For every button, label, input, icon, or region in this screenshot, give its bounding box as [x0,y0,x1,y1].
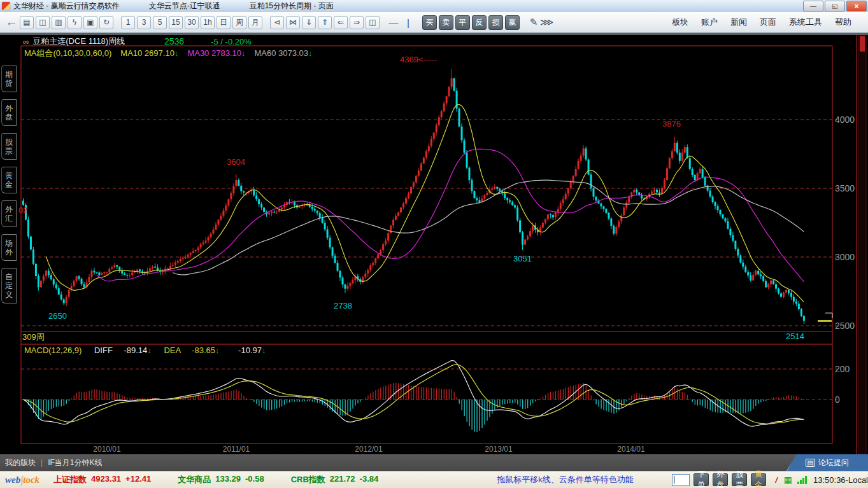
h-line-tool-icon[interactable]: — [387,16,400,29]
more-tools-icon[interactable]: ⋙ [540,16,553,29]
forum-ask-button[interactable]: ▤ 论坛提问 [786,454,868,471]
compress-bars-icon[interactable]: ⊲ [270,16,284,29]
period-button-日[interactable]: 日 [217,16,231,29]
restore-button[interactable]: ◱ [825,1,845,11]
ma-value-MA60: MA60 3073.03↓ [254,48,312,58]
macd-histogram [25,383,804,432]
page-title: 豆粕15分钟长周期 - 页面 [250,1,334,11]
period-button-15[interactable]: 15 [169,16,183,29]
forum-label: 论坛提问 [818,457,849,468]
quote-header: ∞ 豆粕主连(DCE 1118)周线 2536 -5 / -0.20% [23,36,252,47]
price-annotation: 2514 [786,331,804,341]
trade-button-0[interactable]: 买 [422,15,437,30]
macd-indicator-header: MACD(12,26,9) DIFF -89.14↓ DEA -83.65↓ -… [24,345,266,355]
chart-scrollbar [858,35,866,454]
feature-tip: 拖鼠标平移k线、云条件单等特色功能 [497,474,634,485]
macd-axis-label: 200 [835,364,860,374]
menu-item[interactable]: 系统工具 [789,17,822,28]
period-button-周[interactable]: 周 [232,16,246,29]
price-annotation: 3604 [227,157,245,167]
close-button[interactable]: × [846,1,867,11]
flash-icon[interactable]: ϟ [68,16,82,29]
menu-item[interactable]: 新闻 [730,17,747,28]
y-axis-label: 3500 [835,183,860,193]
trade-button-1[interactable]: 卖 [439,15,453,30]
cloud-node-label: 文华云节点-辽宁联通 [149,1,220,11]
minimize-button[interactable]: — [803,1,823,11]
quick-button-股票[interactable]: 股票 [732,473,747,486]
trade-button-3[interactable]: 反 [472,15,487,30]
quick-button-外盘[interactable]: 外盘 [713,473,728,486]
period-button-1[interactable]: 1 [121,16,135,29]
macd-axis-label: 0 [835,394,860,405]
macd-hist-value: -10.97 [238,345,262,355]
x-axis-label: 2012/01 [346,445,391,454]
sidebar-tab-股票[interactable]: 股票 [1,133,17,160]
sidebar-tab-外汇[interactable]: 外汇 [1,200,17,227]
bar-count-label: 309周 [22,331,45,343]
scroll-left-icon[interactable]: ⇐ [334,16,348,29]
chart-region: ∞ 豆粕主连(DCE 1118)周线 2536 -5 / -0.20% MA组合… [18,35,868,454]
my-block-label[interactable]: 我的版块 [5,457,36,468]
sidebar-tab-场外[interactable]: 场外 [1,234,17,261]
draw-line-icon[interactable]: / [775,475,778,485]
quote-list-icon[interactable]: ▤ [20,16,34,29]
menu-item[interactable]: 账户 [701,17,718,28]
period-button-3[interactable]: 3 [137,16,151,29]
instrument-name: 豆粕主连(DCE 1118)周线 [32,36,125,47]
main-chart-canvas[interactable] [18,35,868,454]
price-annotation: 2738 [334,301,352,310]
sidebar-tab-外盘[interactable]: 外盘 [1,99,17,126]
app-logo-icon [2,2,10,10]
last-price-tick [818,320,832,322]
trade-button-5[interactable]: 赢 [505,15,520,30]
diff-value: -89.14 [124,345,147,355]
period-button-月[interactable]: 月 [248,16,262,29]
instrument-icon: ∞ [23,37,29,46]
main-menu: 板块账户新闻页面系统工具帮助 [672,17,863,28]
status-bar: web∫tock 上证指数4923.31+12.41文华商品133.29-0.5… [0,471,868,488]
y-axis-label: 4000 [835,115,860,125]
menu-item[interactable]: 页面 [760,17,776,28]
menu-item[interactable]: 帮助 [835,17,851,28]
kline-chart-icon[interactable]: ▥ [52,16,66,29]
expand-bars-icon[interactable]: ⋈ [286,16,300,29]
scroll-right-icon[interactable]: ⇒ [350,16,364,29]
x-axis-label: 2010/01 [85,445,129,454]
diff-label: DIFF [94,345,113,355]
page-up-icon[interactable]: ⇑ [318,16,332,29]
code-input[interactable] [672,474,690,486]
diff-down-arrow: ↓ [147,345,152,355]
refresh-icon[interactable]: ↻ [99,16,113,29]
y-axis-label: 2500 [835,321,860,331]
period-button-1h[interactable]: 1h [201,16,215,29]
ma-indicator-header: MA组合(0,10,30,0,60,0)MA10 2697.10↓MA30 27… [24,48,313,59]
quick-button-黄金[interactable]: 黄金 [751,473,766,486]
keyboard-icon[interactable]: ▦ [784,475,792,485]
period-button-30[interactable]: 30 [185,16,199,29]
split-screen-icon[interactable]: ◫ [366,16,380,29]
chart-scrollbar-thumb [860,36,865,52]
menu-item[interactable]: 板块 [672,17,688,28]
index-quote: 文华商品133.29-0.58 [178,474,264,485]
trade-button-2[interactable]: 平 [455,15,470,30]
price-annotation: 3876 [662,119,681,129]
workspace-name[interactable]: IF当月1分钟K线 [48,457,102,468]
pencil-icon[interactable]: ✎ [527,16,540,29]
dea-value: -83.65 [192,345,215,355]
dea-down-arrow: ↓ [215,345,220,355]
sidebar-tab-期货[interactable]: 期货 [1,66,17,92]
toolbar: ←▤◫▥ϟ▣↻ 13515301h日周月 ⊲⋈⇓⇑⇐⇒◫ —| 买卖平反损赢 ✎… [0,12,868,33]
v-line-tool-icon[interactable]: | [402,16,415,29]
save-icon[interactable]: ▣ [83,16,97,29]
trade-button-4[interactable]: 损 [488,15,503,30]
sidebar-tab-自定义[interactable]: 自定义 [1,268,17,303]
trend-chart-icon[interactable]: ◫ [36,16,50,29]
page-down-icon[interactable]: ⇓ [302,16,316,29]
quick-button-下单[interactable]: 下单 [694,473,709,486]
period-button-5[interactable]: 5 [153,16,167,29]
ma-value-MA30: MA30 2783.10↓ [187,48,245,58]
local-time: 13:50:36-Local [813,475,868,485]
back-icon[interactable]: ← [5,16,18,29]
sidebar-tab-黄金[interactable]: 黄金 [1,167,17,193]
